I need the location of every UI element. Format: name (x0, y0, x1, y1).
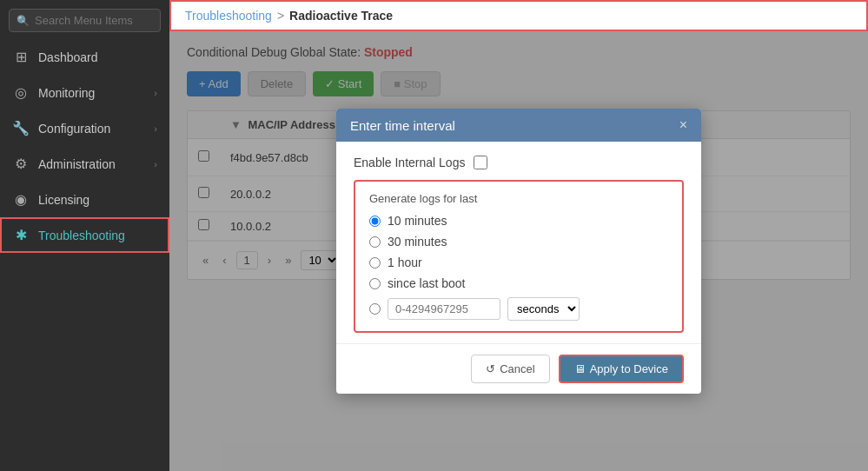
sidebar-item-label: Administration (38, 157, 116, 171)
generate-logs-label: Generate logs for last (369, 192, 668, 205)
modal-dialog: Enter time interval × Enable Internal Lo… (336, 109, 701, 394)
sidebar-item-label: Dashboard (38, 50, 98, 64)
licensing-icon: ◉ (12, 191, 30, 208)
sidebar: 🔍 ⊞ Dashboard ◎ Monitoring › 🔧 Configura… (0, 0, 169, 471)
option-lastboot[interactable]: since last boot (369, 276, 668, 290)
monitoring-icon: ◎ (12, 84, 30, 101)
page-content: Conditional Debug Global State: Stopped … (169, 31, 868, 471)
sidebar-item-dashboard[interactable]: ⊞ Dashboard (0, 39, 169, 75)
breadcrumb-separator: > (277, 9, 284, 23)
sidebar-item-label: Troubleshooting (38, 229, 125, 242)
sidebar-item-licensing[interactable]: ◉ Licensing (0, 182, 169, 217)
radio-custom[interactable] (369, 303, 381, 315)
enable-logs-checkbox[interactable] (474, 156, 487, 169)
radio-1hour[interactable] (369, 257, 381, 269)
enable-logs-label: Enable Internal Logs (354, 156, 465, 169)
configuration-icon: 🔧 (12, 120, 30, 136)
chevron-right-icon: › (154, 88, 157, 98)
breadcrumb-parent[interactable]: Troubleshooting (185, 9, 272, 23)
radio-lastboot[interactable] (369, 278, 381, 289)
breadcrumb: Troubleshooting > Radioactive Trace (169, 0, 868, 31)
search-input[interactable] (35, 14, 153, 27)
search-icon: 🔍 (17, 15, 30, 27)
custom-interval-input[interactable] (388, 298, 500, 320)
apply-button[interactable]: 🖥 Apply to Device (559, 355, 684, 383)
breadcrumb-current: Radioactive Trace (289, 9, 393, 23)
device-icon: 🖥 (574, 362, 586, 375)
sidebar-item-administration[interactable]: ⚙ Administration › (0, 146, 169, 182)
undo-icon: ↺ (486, 362, 495, 375)
dashboard-icon: ⊞ (12, 49, 30, 65)
sidebar-item-troubleshooting[interactable]: ✱ Troubleshooting (0, 217, 169, 253)
unit-select[interactable]: seconds minutes hours (507, 297, 580, 321)
sidebar-item-label: Licensing (38, 193, 89, 207)
generate-logs-group: Generate logs for last 10 minutes 30 min… (354, 180, 684, 333)
search-box[interactable]: 🔍 (9, 9, 161, 32)
modal-overlay: Enter time interval × Enable Internal Lo… (169, 31, 868, 471)
chevron-right-icon: › (154, 123, 157, 134)
troubleshooting-icon: ✱ (12, 227, 30, 243)
modal-title: Enter time interval (350, 118, 455, 133)
sidebar-item-label: Configuration (38, 122, 110, 136)
modal-header: Enter time interval × (336, 109, 701, 142)
option-10min[interactable]: 10 minutes (369, 214, 668, 228)
modal-close-button[interactable]: × (679, 117, 687, 133)
main-content: Troubleshooting > Radioactive Trace Cond… (169, 0, 868, 471)
enable-logs-row: Enable Internal Logs (354, 156, 684, 169)
sidebar-item-monitoring[interactable]: ◎ Monitoring › (0, 75, 169, 110)
modal-footer: ↺ Cancel 🖥 Apply to Device (336, 343, 701, 394)
custom-interval-row: seconds minutes hours (369, 297, 668, 321)
option-30min[interactable]: 30 minutes (369, 235, 668, 249)
sidebar-item-configuration[interactable]: 🔧 Configuration › (0, 110, 169, 146)
administration-icon: ⚙ (12, 156, 30, 172)
modal-body: Enable Internal Logs Generate logs for l… (336, 142, 701, 343)
radio-10min[interactable] (369, 216, 381, 227)
cancel-button[interactable]: ↺ Cancel (471, 355, 549, 383)
chevron-right-icon: › (154, 159, 157, 169)
radio-30min[interactable] (369, 236, 381, 248)
sidebar-item-label: Monitoring (38, 86, 95, 100)
option-1hour[interactable]: 1 hour (369, 255, 668, 269)
